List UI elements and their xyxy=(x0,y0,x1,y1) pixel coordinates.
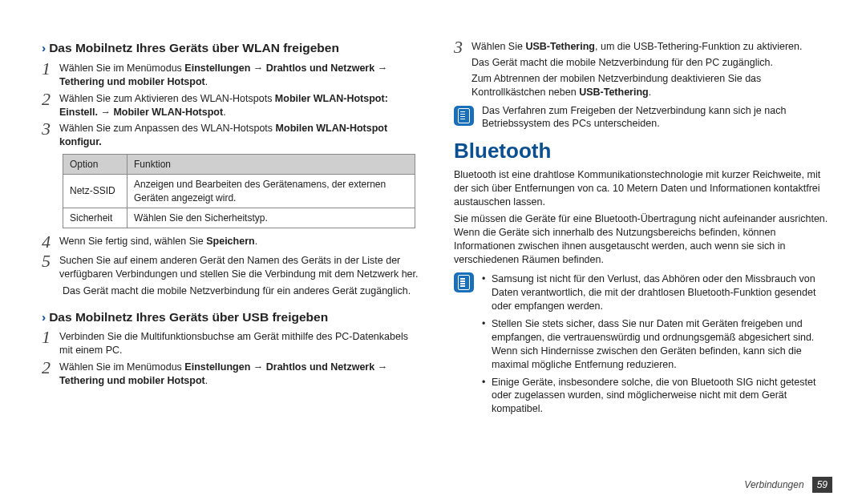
step-3: 3 Wählen Sie zum Anpassen des WLAN-Hotsp… xyxy=(42,122,419,149)
step-5-after: Das Gerät macht die mobile Netzverbindun… xyxy=(63,284,419,298)
td-opt: Sicherheit xyxy=(63,208,127,228)
page-footer: Verbindungen 59 xyxy=(744,477,832,493)
step-text: Suchen Sie auf einem anderen Gerät den N… xyxy=(59,254,419,281)
section-label: Verbindungen xyxy=(744,479,803,490)
step-1: 1 Wählen Sie im Menümodus Einstellungen … xyxy=(42,62,419,89)
chevron-icon: › xyxy=(42,310,46,324)
step-text: Wählen Sie USB-Tethering, um die USB-Tet… xyxy=(471,40,831,99)
bluetooth-p1: Bluetooth ist eine drahtlose Kommunikati… xyxy=(454,168,831,209)
list-item: Einige Geräte, insbesondere solche, die … xyxy=(482,376,831,417)
usb-step-2: 2 Wählen Sie im Menümodus Einstellungen … xyxy=(42,361,419,388)
note-bluetooth: Samsung ist nicht für den Verlust, das A… xyxy=(454,271,831,420)
note-list: Samsung ist nicht für den Verlust, das A… xyxy=(482,271,831,420)
step-text: Wählen Sie im Menümodus Einstellungen → … xyxy=(59,361,419,388)
step-5: 5 Suchen Sie auf einem anderen Gerät den… xyxy=(42,254,419,281)
step-number: 1 xyxy=(42,60,59,78)
step-number: 4 xyxy=(42,233,59,251)
note-usb: Das Verfahren zum Freigeben der Netzverb… xyxy=(454,104,831,131)
step-text: Wenn Sie fertig sind, wählen Sie Speiche… xyxy=(59,235,419,248)
list-item: Samsung ist nicht für den Verlust, das A… xyxy=(482,272,831,313)
step-number: 1 xyxy=(42,329,59,346)
heading-wlan: ›Das Mobilnetz Ihres Geräts über WLAN fr… xyxy=(42,40,419,57)
step-4: 4 Wenn Sie fertig sind, wählen Sie Speic… xyxy=(42,235,419,251)
heading-usb: ›Das Mobilnetz Ihres Geräts über USB fre… xyxy=(42,309,419,326)
usb-step-3: 3 Wählen Sie USB-Tethering, um die USB-T… xyxy=(454,40,831,99)
chevron-icon: › xyxy=(42,41,46,54)
step-number: 3 xyxy=(454,38,471,56)
note-icon xyxy=(454,106,474,126)
step-number: 2 xyxy=(42,91,59,108)
list-item: Stellen Sie stets sicher, dass Sie nur D… xyxy=(482,317,831,372)
step-text: Wählen Sie zum Anpassen des WLAN-Hotspot… xyxy=(59,122,419,149)
note-text: Das Verfahren zum Freigeben der Netzverb… xyxy=(482,104,831,131)
bluetooth-heading: Bluetooth xyxy=(454,137,831,165)
step-2: 2 Wählen Sie zum Aktivieren des WLAN-Hot… xyxy=(42,92,419,119)
td-func: Anzeigen und Bearbeiten des Gerätenamens… xyxy=(127,175,415,208)
td-opt: Netz-SSID xyxy=(63,175,127,208)
usb-step-1: 1 Verbinden Sie die Multifunktionsbuchse… xyxy=(42,330,419,357)
step-text: Wählen Sie im Menümodus Einstellungen → … xyxy=(59,62,419,89)
step-number: 3 xyxy=(42,120,59,138)
th-function: Funktion xyxy=(127,155,415,175)
bluetooth-p2: Sie müssen die Geräte für eine Bluetooth… xyxy=(454,212,831,267)
step-text: Verbinden Sie die Multifunktionsbuchse a… xyxy=(59,330,419,357)
th-option: Option xyxy=(63,155,127,175)
step-number: 2 xyxy=(42,359,59,377)
page-number: 59 xyxy=(812,477,832,493)
step-number: 5 xyxy=(42,252,59,270)
step-text: Wählen Sie zum Aktivieren des WLAN-Hotsp… xyxy=(59,92,419,119)
options-table: Option Funktion Netz-SSID Anzeigen und B… xyxy=(63,154,415,228)
note-icon xyxy=(454,272,474,292)
td-func: Wählen Sie den Sicherheitstyp. xyxy=(127,208,415,228)
